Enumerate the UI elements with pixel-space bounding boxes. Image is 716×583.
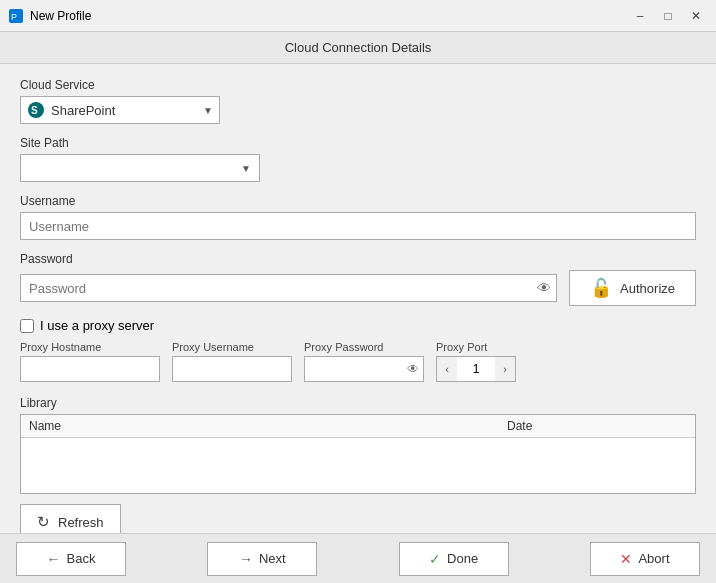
password-label: Password: [20, 252, 696, 266]
site-path-label: Site Path: [20, 136, 696, 150]
minimize-button[interactable]: –: [628, 6, 652, 26]
proxy-checkbox-row: I use a proxy server: [20, 318, 696, 333]
cloud-service-label: Cloud Service: [20, 78, 696, 92]
site-path-dropdown[interactable]: ▼: [20, 154, 260, 182]
footer: ← Back → Next ✓ Done ✕ Abort: [0, 533, 716, 583]
cloud-service-dropdown[interactable]: S SharePoint ▼: [20, 96, 220, 124]
show-password-icon[interactable]: 👁: [537, 280, 551, 296]
proxy-password-input[interactable]: [304, 356, 424, 382]
authorize-label: Authorize: [620, 281, 675, 296]
lock-icon: 🔓: [590, 277, 612, 299]
abort-button[interactable]: ✕ Abort: [590, 542, 700, 576]
checkmark-icon: ✓: [429, 551, 441, 567]
proxy-port-control: ‹ 1 ›: [436, 356, 516, 382]
proxy-password-label: Proxy Password: [304, 341, 424, 353]
proxy-fields-row: Proxy Hostname Proxy Username Proxy Pass…: [20, 341, 696, 382]
site-path-group: Site Path ▼: [20, 136, 696, 182]
port-decrement-button[interactable]: ‹: [437, 357, 457, 381]
proxy-port-label: Proxy Port: [436, 341, 516, 353]
next-button[interactable]: → Next: [207, 542, 317, 576]
proxy-username-input[interactable]: [172, 356, 292, 382]
window-title: New Profile: [30, 9, 628, 23]
x-icon: ✕: [620, 551, 632, 567]
username-group: Username: [20, 194, 696, 240]
proxy-hostname-label: Proxy Hostname: [20, 341, 160, 353]
password-group: Password 👁 🔓 Authorize: [20, 252, 696, 306]
library-table-header: Name Date: [21, 415, 695, 438]
sharepoint-icon: S: [27, 101, 45, 119]
library-col-name: Name: [29, 419, 507, 433]
proxy-username-label: Proxy Username: [172, 341, 292, 353]
refresh-label: Refresh: [58, 515, 104, 530]
section-title: Cloud Connection Details: [285, 40, 432, 55]
library-table: Name Date: [20, 414, 696, 494]
proxy-checkbox[interactable]: [20, 319, 34, 333]
cloud-service-value: SharePoint: [51, 103, 203, 118]
proxy-show-password-icon[interactable]: 👁: [407, 362, 419, 376]
proxy-checkbox-label: I use a proxy server: [40, 318, 154, 333]
library-section: Library Name Date: [20, 396, 696, 494]
section-header: Cloud Connection Details: [0, 32, 716, 64]
done-button[interactable]: ✓ Done: [399, 542, 509, 576]
proxy-hostname-field: Proxy Hostname: [20, 341, 160, 382]
refresh-button[interactable]: ↻ Refresh: [20, 504, 121, 533]
refresh-icon: ↻: [37, 513, 50, 531]
window-controls: – □ ✕: [628, 6, 708, 26]
back-button[interactable]: ← Back: [16, 542, 126, 576]
main-content: Cloud Service S SharePoint ▼ Site Path ▼…: [0, 64, 716, 533]
chevron-down-icon: ▼: [203, 105, 213, 116]
password-input-wrap: 👁: [20, 274, 557, 302]
done-label: Done: [447, 551, 478, 566]
back-label: Back: [67, 551, 96, 566]
proxy-hostname-input[interactable]: [20, 356, 160, 382]
cloud-service-group: Cloud Service S SharePoint ▼: [20, 78, 696, 124]
username-input[interactable]: [20, 212, 696, 240]
svg-text:P: P: [11, 12, 17, 22]
close-button[interactable]: ✕: [684, 6, 708, 26]
password-input[interactable]: [20, 274, 557, 302]
back-icon: ←: [47, 551, 61, 567]
library-col-date: Date: [507, 419, 687, 433]
svg-text:S: S: [31, 105, 38, 116]
port-increment-button[interactable]: ›: [495, 357, 515, 381]
maximize-button[interactable]: □: [656, 6, 680, 26]
library-label: Library: [20, 396, 696, 410]
chevron-down-icon: ▼: [241, 163, 251, 174]
library-table-body: [21, 438, 695, 493]
proxy-password-field: Proxy Password 👁: [304, 341, 424, 382]
proxy-password-wrap: 👁: [304, 356, 424, 382]
proxy-username-field: Proxy Username: [172, 341, 292, 382]
password-row: 👁 🔓 Authorize: [20, 270, 696, 306]
abort-label: Abort: [638, 551, 669, 566]
app-icon: P: [8, 8, 24, 24]
proxy-port-field: Proxy Port ‹ 1 ›: [436, 341, 516, 382]
next-label: Next: [259, 551, 286, 566]
next-icon: →: [239, 551, 253, 567]
title-bar: P New Profile – □ ✕: [0, 0, 716, 32]
proxy-port-value: 1: [457, 362, 495, 376]
username-label: Username: [20, 194, 696, 208]
authorize-button[interactable]: 🔓 Authorize: [569, 270, 696, 306]
